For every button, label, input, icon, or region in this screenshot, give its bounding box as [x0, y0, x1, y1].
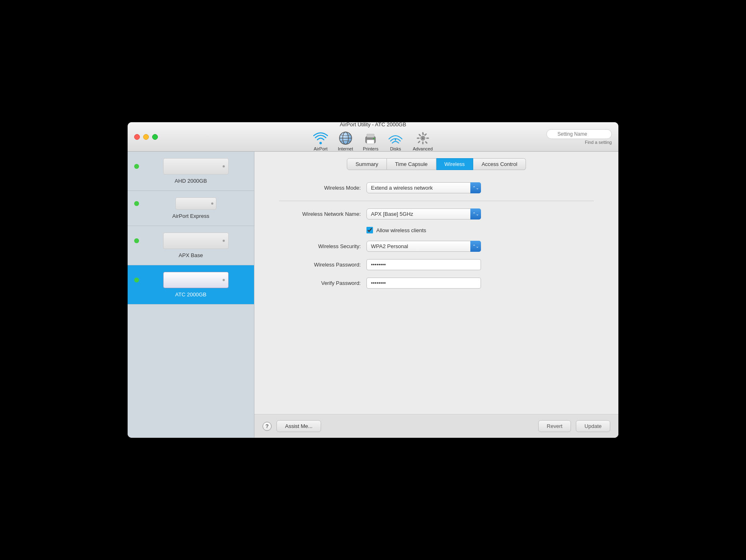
verify-password-input[interactable] [366, 278, 481, 289]
toolbar-printers-label: Printers [363, 146, 378, 151]
update-button[interactable]: Update [576, 420, 610, 432]
router-ahd [163, 158, 229, 175]
titlebar: AirPort Utility - ATC 2000GB AirPort [128, 122, 618, 152]
svg-point-7 [373, 138, 375, 139]
titlebar-center: AirPort Utility - ATC 2000GB AirPort [309, 122, 437, 152]
device-atc2000gb[interactable]: ATC 2000GB [128, 265, 254, 305]
toolbar-advanced-label: Advanced [413, 146, 433, 151]
assist-me-button[interactable]: Assist Me... [276, 420, 321, 432]
traffic-lights [134, 134, 158, 140]
device-name-ahd: AHD 2000GB [175, 178, 207, 184]
form-area: Wireless Mode: Extend a wireless network… [254, 170, 618, 414]
wireless-security-control: WPA2 Personal [366, 241, 481, 252]
detail-panel: Summary Time Capsule Wireless Access Con… [254, 152, 618, 438]
wireless-password-control [366, 259, 481, 270]
status-dot-apx [134, 238, 139, 243]
wireless-network-name-control: APX [Base] 5GHz [366, 208, 481, 220]
close-button[interactable] [134, 134, 140, 140]
wireless-security-select[interactable]: WPA2 Personal [366, 241, 481, 252]
device-ahd2000gb[interactable]: AHD 2000GB [128, 152, 254, 191]
form-divider [279, 201, 594, 201]
allow-wireless-clients-label: Allow wireless clients [376, 227, 426, 233]
device-icon-express [144, 197, 247, 210]
allow-wireless-clients-checkbox[interactable] [366, 227, 373, 233]
svg-point-0 [319, 142, 322, 144]
toolbar-printers[interactable]: Printers [359, 130, 382, 152]
toolbar-internet[interactable]: Internet [334, 130, 357, 152]
status-dot-atc [134, 278, 139, 282]
wireless-network-name-select[interactable]: APX [Base] 5GHz [366, 208, 481, 220]
wireless-network-name-row: Wireless Network Name: APX [Base] 5GHz [279, 208, 594, 220]
router-express [175, 197, 216, 210]
wireless-mode-label: Wireless Mode: [279, 185, 361, 191]
toolbar-airport-label: AirPort [314, 146, 328, 151]
app-window: AirPort Utility - ATC 2000GB AirPort [128, 122, 618, 438]
device-icon-apx [144, 233, 247, 249]
globe-icon [338, 131, 353, 146]
svg-rect-15 [424, 133, 427, 136]
toolbar-disks[interactable]: Disks [384, 130, 407, 152]
router-dot [222, 165, 225, 168]
disks-icon [388, 131, 403, 146]
sidebar: AHD 2000GB AirPort Express [128, 152, 254, 438]
verify-password-row: Verify Password: [279, 278, 594, 289]
minimize-button[interactable] [143, 134, 149, 140]
device-icon-ahd [144, 158, 247, 175]
wireless-password-input[interactable] [366, 259, 481, 270]
device-icon-atc [144, 272, 247, 288]
help-button[interactable]: ? [263, 422, 272, 431]
wireless-mode-select-wrapper: Extend a wireless network [366, 182, 481, 193]
device-apx-base[interactable]: APX Base [128, 226, 254, 265]
device-name-express: AirPort Express [172, 213, 209, 219]
tab-time-capsule[interactable]: Time Capsule [387, 158, 436, 170]
svg-point-8 [395, 139, 396, 141]
toolbar-advanced[interactable]: Advanced [409, 130, 437, 152]
find-label: Find a setting [585, 140, 612, 145]
tab-summary[interactable]: Summary [347, 158, 387, 170]
tabs-bar: Summary Time Capsule Wireless Access Con… [254, 152, 618, 170]
window-title: AirPort Utility - ATC 2000GB [340, 122, 406, 128]
router-dot-atc [222, 279, 225, 281]
wireless-security-row: Wireless Security: WPA2 Personal [279, 241, 594, 252]
device-name-apx: APX Base [179, 252, 203, 258]
tab-wireless[interactable]: Wireless [436, 158, 474, 170]
svg-rect-13 [426, 138, 429, 139]
wireless-mode-select[interactable]: Extend a wireless network [366, 182, 481, 193]
device-airport-express[interactable]: AirPort Express [128, 191, 254, 226]
tab-access-control[interactable]: Access Control [473, 158, 526, 170]
router-dot-express [211, 202, 213, 205]
verify-password-label: Verify Password: [279, 280, 361, 286]
footer: ? Assist Me... Revert Update [254, 414, 618, 438]
device-apx-row [134, 233, 247, 249]
gear-icon [416, 131, 430, 146]
svg-rect-5 [367, 140, 374, 144]
revert-button[interactable]: Revert [538, 420, 571, 432]
main-content: AHD 2000GB AirPort Express [128, 152, 618, 438]
wireless-password-label: Wireless Password: [279, 262, 361, 268]
device-ahd-row [134, 158, 247, 175]
toolbar: AirPort [309, 130, 437, 152]
allow-wireless-clients-row: Allow wireless clients [279, 227, 594, 233]
wireless-security-select-wrapper: WPA2 Personal [366, 241, 481, 252]
router-atc [163, 272, 229, 288]
svg-rect-14 [418, 134, 421, 137]
toolbar-airport[interactable]: AirPort [309, 130, 332, 152]
wireless-network-name-select-wrapper: APX [Base] 5GHz [366, 208, 481, 220]
maximize-button[interactable] [152, 134, 158, 140]
svg-rect-6 [367, 134, 374, 137]
printer-icon [363, 131, 378, 146]
wireless-network-name-label: Wireless Network Name: [279, 211, 361, 217]
search-input[interactable] [546, 129, 612, 139]
wireless-mode-control: Extend a wireless network [366, 182, 481, 193]
verify-password-control [366, 278, 481, 289]
svg-rect-11 [422, 141, 423, 144]
router-dot-apx [222, 240, 225, 242]
svg-rect-16 [418, 141, 420, 143]
search-box: Find a setting [546, 129, 612, 145]
wireless-mode-row: Wireless Mode: Extend a wireless network [279, 182, 594, 193]
wireless-security-label: Wireless Security: [279, 243, 361, 249]
svg-rect-10 [422, 132, 423, 135]
status-dot-ahd [134, 164, 139, 169]
router-apx [163, 233, 229, 249]
device-atc-row [134, 272, 247, 288]
